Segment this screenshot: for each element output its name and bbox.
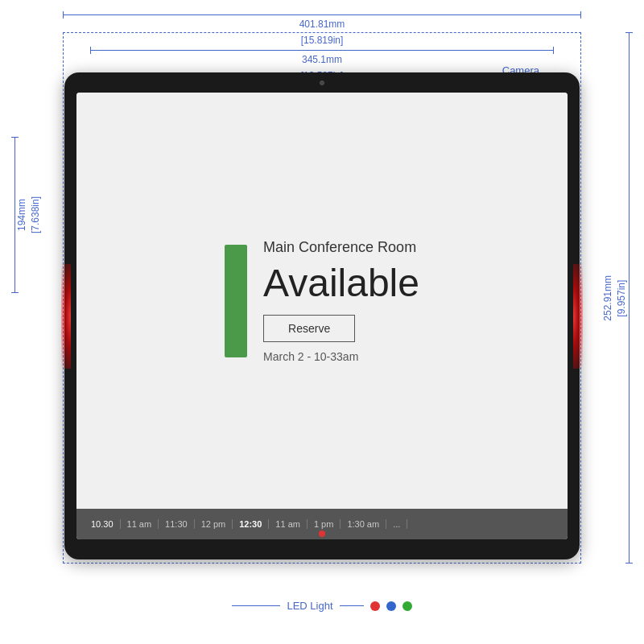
led-light-section: LED Light xyxy=(0,600,644,612)
timeline-item-4: 12:30 xyxy=(233,519,269,529)
timeline-item-8: ... xyxy=(386,519,407,529)
led-dot-green xyxy=(402,601,412,611)
inner-width-label: 345.1mm xyxy=(302,53,342,67)
outer-width-label: 401.81mm xyxy=(299,18,345,31)
timeline-item-5: 11 am xyxy=(269,519,308,529)
outer-height-label: 252.91mm [9.957in] xyxy=(601,275,629,321)
room-name: Main Conference Room xyxy=(263,239,416,256)
led-line-left xyxy=(232,605,280,606)
timeline-bar: 10.30 11 am 11:30 12 pm 12:30 11 am 1 pm… xyxy=(76,509,568,539)
outer-height-dimension: 252.91mm [9.957in] xyxy=(598,32,630,564)
device-wrapper: Main Conference Room Available Reserve M… xyxy=(64,72,580,559)
timeline-item-2: 11:30 xyxy=(159,519,195,529)
screen: Main Conference Room Available Reserve M… xyxy=(76,93,568,539)
timeline-item-3: 12 pm xyxy=(195,519,233,529)
timeline-item-1: 11 am xyxy=(121,519,159,529)
status-text: Available xyxy=(263,264,419,303)
left-height-label: 194mm [7.638in] xyxy=(15,196,43,233)
reserve-button[interactable]: Reserve xyxy=(263,315,355,342)
led-left-glow xyxy=(61,264,71,369)
led-line-right xyxy=(340,605,364,606)
camera-dot xyxy=(320,80,324,85)
screen-content: Main Conference Room Available Reserve M… xyxy=(263,239,419,363)
screen-main: Main Conference Room Available Reserve M… xyxy=(76,93,568,509)
left-height-dimension: 194mm [7.638in] xyxy=(14,137,46,293)
status-green-bar xyxy=(225,245,247,357)
led-dot-red xyxy=(370,601,380,611)
timeline-item-7: 1:30 am xyxy=(341,519,386,529)
led-right-glow xyxy=(573,264,583,369)
device-outer: Main Conference Room Available Reserve M… xyxy=(64,72,580,559)
date-text: March 2 - 10-33am xyxy=(263,350,358,363)
led-dot-blue xyxy=(386,601,396,611)
led-light-label: LED Light xyxy=(287,600,332,612)
timeline-item-6: 1 pm xyxy=(308,519,341,529)
timeline-item-0: 10.30 xyxy=(85,519,121,529)
timeline-dot xyxy=(319,530,325,537)
